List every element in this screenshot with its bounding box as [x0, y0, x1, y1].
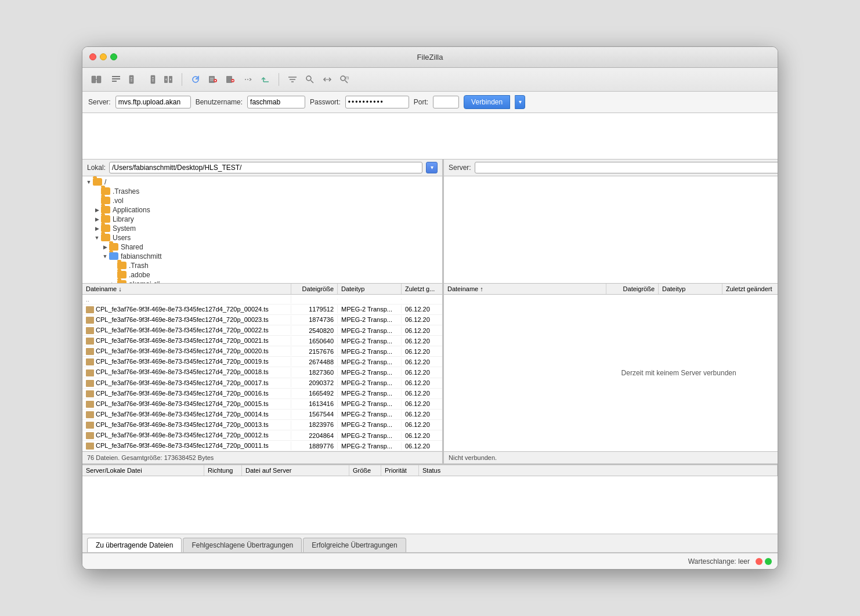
- svg-rect-7: [131, 77, 132, 78]
- folder-icon-trash: [117, 262, 127, 269]
- svg-rect-16: [209, 76, 215, 83]
- sync-browse-button[interactable]: [319, 71, 335, 88]
- file-row-13[interactable]: CPL_fe3af76e-9f3f-469e-8e73-f345fec127d4…: [82, 441, 442, 451]
- local-col-date-header[interactable]: Zuletzt g...: [402, 284, 442, 294]
- tree-item-adobe[interactable]: .adobe: [82, 270, 442, 280]
- process-queue-button[interactable]: [205, 71, 221, 88]
- file-13-name: CPL_fe3af76e-9f3f-469e-8e73-f345fec127d4…: [82, 441, 291, 450]
- tree-item-users[interactable]: ▼ Users: [82, 233, 442, 242]
- local-col-size-header[interactable]: Dateigröße: [291, 284, 338, 294]
- file-row-5[interactable]: CPL_fe3af76e-9f3f-469e-8e73-f345fec127d4…: [82, 357, 442, 367]
- tab-queued[interactable]: Zu übertragende Dateien: [87, 538, 182, 552]
- file-11-name: CPL_fe3af76e-9f3f-469e-8e73-f345fec127d4…: [82, 421, 291, 429]
- local-col-type-header[interactable]: Dateityp: [338, 284, 402, 294]
- reconnect-button[interactable]: [257, 71, 273, 88]
- file-7-name: CPL_fe3af76e-9f3f-469e-8e73-f345fec127d4…: [82, 379, 291, 387]
- file-7-size: 2090372: [291, 379, 338, 387]
- tab-failed[interactable]: Fehlgeschlagene Übertragungen: [183, 538, 302, 552]
- file-6-type: MPEG-2 Transp...: [338, 368, 402, 376]
- file-2-name: CPL_fe3af76e-9f3f-469e-8e73-f345fec127d4…: [82, 326, 291, 335]
- tree-item-system[interactable]: ▶ System: [82, 224, 442, 233]
- remote-panel: Server: ▾ Dateiname ↑ Dateigröße Dateity…: [444, 160, 778, 464]
- refresh-button[interactable]: [187, 71, 204, 88]
- stop-button[interactable]: [222, 71, 239, 88]
- toggle-remotetree-button[interactable]: [143, 71, 159, 88]
- file-row-10[interactable]: CPL_fe3af76e-9f3f-469e-8e73-f345fec127d4…: [82, 410, 442, 420]
- tree-item-trash[interactable]: .Trash: [82, 261, 442, 270]
- maximize-button[interactable]: [110, 53, 117, 60]
- tree-item-root[interactable]: ▼ /: [82, 177, 442, 187]
- close-button[interactable]: [89, 53, 96, 60]
- svg-point-33: [306, 76, 311, 81]
- tree-item-shared[interactable]: ▶ Shared: [82, 242, 442, 252]
- local-file-list-header: Dateiname ↓ Dateigröße Dateityp Zuletzt …: [82, 284, 442, 295]
- toolbar-group-connection: [187, 71, 273, 88]
- remote-status-text: Nicht verbunden.: [449, 454, 497, 461]
- file-row-12[interactable]: CPL_fe3af76e-9f3f-469e-8e73-f345fec127d4…: [82, 430, 442, 441]
- log-area: [82, 113, 778, 160]
- local-col-name-header[interactable]: Dateiname ↓: [82, 284, 291, 294]
- file-5-type: MPEG-2 Transp...: [338, 358, 402, 366]
- tree-item-applications[interactable]: ▶ Applications: [82, 205, 442, 215]
- file-row-0[interactable]: CPL_fe3af76e-9f3f-469e-8e73-f345fec127d4…: [82, 305, 442, 315]
- search-files-button[interactable]: [337, 71, 353, 88]
- local-path-dropdown[interactable]: ▾: [426, 162, 438, 173]
- remote-col-date-header[interactable]: Zuletzt geändert: [722, 284, 778, 294]
- file-row-3[interactable]: CPL_fe3af76e-9f3f-469e-8e73-f345fec127d4…: [82, 336, 442, 346]
- traffic-lights: [89, 53, 117, 60]
- connect-dropdown-button[interactable]: ▾: [515, 95, 525, 109]
- bottom-tabs: Zu übertragende Dateien Fehlgeschlagene …: [82, 534, 778, 553]
- tree-item-fabianschmitt[interactable]: ▼ fabianschmitt: [82, 252, 442, 261]
- username-input[interactable]: [247, 96, 305, 108]
- remote-col-name-header[interactable]: Dateiname ↑: [444, 284, 606, 294]
- password-input[interactable]: [345, 96, 409, 108]
- filter-button[interactable]: [284, 71, 301, 88]
- tree-label-trashes: .Trashes: [113, 187, 139, 195]
- svg-rect-9: [131, 81, 132, 81]
- remote-no-server-message: Derzeit mit keinem Server verbunden: [444, 295, 778, 451]
- file-7-date: 06.12.20: [402, 379, 442, 387]
- file-row-9[interactable]: CPL_fe3af76e-9f3f-469e-8e73-f345fec127d4…: [82, 399, 442, 410]
- connect-button[interactable]: Verbinden: [464, 95, 510, 109]
- tree-item-akamai[interactable]: ▶ akamai-cli: [82, 280, 442, 284]
- toggle-messagelog-button[interactable]: [108, 71, 124, 88]
- toolbar-sep-1: [182, 73, 182, 86]
- minimize-button[interactable]: [100, 53, 107, 60]
- transfer-col-remote: Datei auf Server: [242, 465, 349, 476]
- file-row-4[interactable]: CPL_fe3af76e-9f3f-469e-8e73-f345fec127d4…: [82, 346, 442, 357]
- tab-successful[interactable]: Erfolgreiche Übertragungen: [303, 538, 406, 552]
- tree-item-trashes[interactable]: .Trashes: [82, 187, 442, 196]
- disconnect-button[interactable]: [240, 71, 256, 88]
- file-row-2[interactable]: CPL_fe3af76e-9f3f-469e-8e73-f345fec127d4…: [82, 325, 442, 336]
- file-3-type: MPEG-2 Transp...: [338, 337, 402, 345]
- remote-path-input[interactable]: [475, 162, 778, 173]
- tree-label-shared: Shared: [121, 243, 143, 251]
- file-row-11[interactable]: CPL_fe3af76e-9f3f-469e-8e73-f345fec127d4…: [82, 420, 442, 430]
- tree-item-vol[interactable]: .vol: [82, 196, 442, 205]
- local-path-input[interactable]: [109, 162, 422, 173]
- port-input[interactable]: [433, 96, 459, 108]
- remote-col-size-header[interactable]: Dateigröße: [606, 284, 659, 294]
- local-panel: Lokal: ▾ ▼ / .Trashes: [82, 160, 443, 464]
- site-manager-button[interactable]: [88, 71, 104, 88]
- file-row-1[interactable]: CPL_fe3af76e-9f3f-469e-8e73-f345fec127d4…: [82, 315, 442, 325]
- file-updir-date: [402, 299, 442, 300]
- file-row-7[interactable]: CPL_fe3af76e-9f3f-469e-8e73-f345fec127d4…: [82, 378, 442, 389]
- folder-icon-vol: [101, 197, 110, 204]
- file-13-size: 1889776: [291, 442, 338, 450]
- file-row-8[interactable]: CPL_fe3af76e-9f3f-469e-8e73-f345fec127d4…: [82, 389, 442, 399]
- remote-col-type-header[interactable]: Dateityp: [659, 284, 722, 294]
- toggle-localtree-button[interactable]: [125, 71, 142, 88]
- file-row-updir[interactable]: ..: [82, 295, 442, 305]
- tree-item-library[interactable]: ▶ Library: [82, 215, 442, 224]
- server-input[interactable]: [115, 96, 191, 108]
- local-file-list[interactable]: .. CPL_fe3af76e-9f3f-469e-8e73-f345fec12…: [82, 295, 442, 451]
- status-light-red: [756, 558, 763, 565]
- file-row-6[interactable]: CPL_fe3af76e-9f3f-469e-8e73-f345fec127d4…: [82, 367, 442, 378]
- toggle-queue-button[interactable]: [160, 71, 176, 88]
- file-12-date: 06.12.20: [402, 432, 442, 440]
- svg-point-36: [341, 76, 345, 81]
- file-10-date: 06.12.20: [402, 410, 442, 418]
- search-remote-button[interactable]: [302, 71, 318, 88]
- local-file-tree[interactable]: ▼ / .Trashes .vol: [82, 176, 442, 284]
